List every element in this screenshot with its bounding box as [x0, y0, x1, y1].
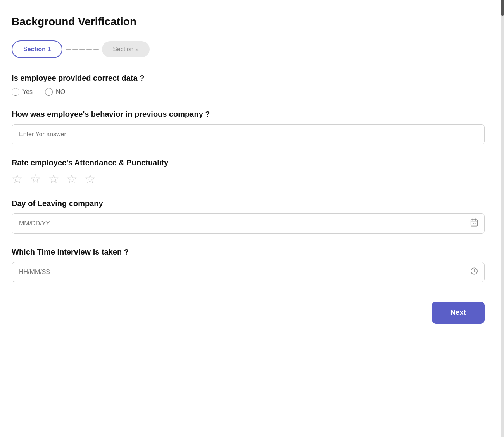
radio-yes-label: Yes	[22, 88, 33, 95]
behavior-input[interactable]	[12, 124, 485, 144]
footer-bar: Next	[12, 302, 485, 324]
date-input-wrapper	[12, 213, 485, 234]
dash-5	[93, 49, 99, 50]
time-input[interactable]	[12, 262, 485, 282]
question-3-block: Rate employee's Attendance & Punctuality…	[12, 158, 485, 185]
question-1-label: Is employee provided correct data ?	[12, 74, 485, 83]
radio-yes[interactable]: Yes	[12, 88, 33, 96]
section-nav: Section 1 Section 2	[12, 40, 485, 58]
dash-1	[66, 49, 71, 50]
star-2[interactable]: ☆	[30, 173, 41, 185]
star-5[interactable]: ☆	[85, 173, 96, 185]
question-2-label: How was employee's behavior in previous …	[12, 110, 485, 119]
radio-no-label: NO	[56, 88, 65, 95]
question-1-block: Is employee provided correct data ? Yes …	[12, 74, 485, 96]
section-2-tab[interactable]: Section 2	[102, 41, 150, 57]
star-1[interactable]: ☆	[12, 173, 23, 185]
section-1-tab[interactable]: Section 1	[12, 40, 62, 58]
question-4-label: Day of Leaving company	[12, 199, 485, 208]
radio-no-input[interactable]	[45, 88, 53, 96]
star-3[interactable]: ☆	[48, 173, 59, 185]
question-2-block: How was employee's behavior in previous …	[12, 110, 485, 144]
section-connector	[66, 49, 99, 50]
question-4-block: Day of Leaving company	[12, 199, 485, 234]
dash-4	[86, 49, 92, 50]
star-4[interactable]: ☆	[66, 173, 78, 185]
star-rating: ☆ ☆ ☆ ☆ ☆	[12, 173, 485, 185]
scrollbar	[501, 0, 504, 437]
radio-no[interactable]: NO	[45, 88, 65, 96]
date-input[interactable]	[12, 213, 485, 234]
scrollbar-thumb	[501, 0, 504, 16]
question-3-label: Rate employee's Attendance & Punctuality	[12, 158, 485, 167]
question-5-block: Which Time interview is taken ?	[12, 248, 485, 282]
next-button[interactable]: Next	[432, 302, 485, 324]
radio-group-q1: Yes NO	[12, 88, 485, 96]
radio-yes-input[interactable]	[12, 88, 19, 96]
dash-3	[79, 49, 85, 50]
page-title: Background Verification	[12, 16, 485, 28]
dash-2	[72, 49, 78, 50]
time-input-wrapper	[12, 262, 485, 282]
question-5-label: Which Time interview is taken ?	[12, 248, 485, 257]
